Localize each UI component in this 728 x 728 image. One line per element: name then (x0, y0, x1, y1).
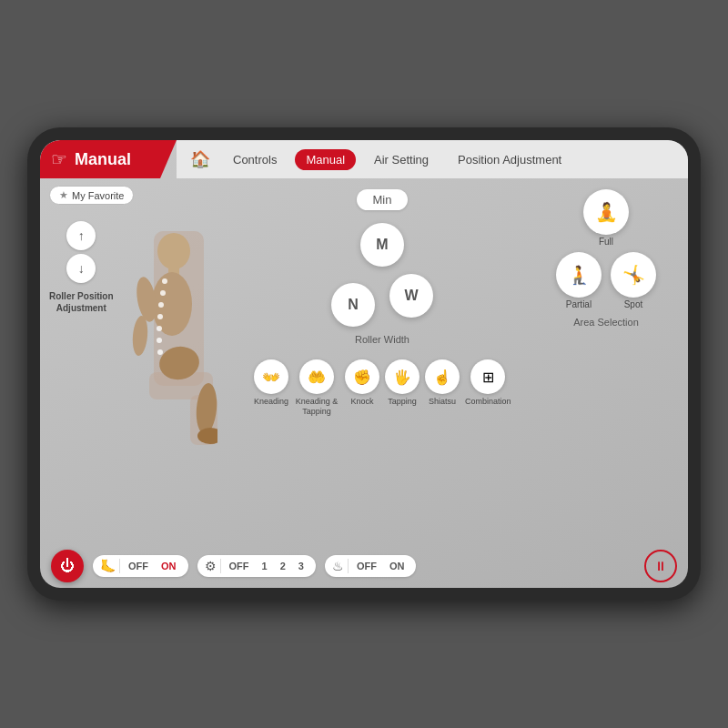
area-selection-label: Area Selection (573, 317, 639, 328)
spot-area-icon: 🤸 (611, 252, 656, 298)
partial-area-button[interactable]: 🧎 Partial (556, 252, 602, 309)
left-panel: ★ My Favorite ↑ ↓ Roller PositionAdjustm… (49, 186, 231, 541)
svg-point-7 (131, 315, 149, 356)
tapping-button[interactable]: 🖐 Tapping (385, 359, 420, 417)
right-panel: 🧘 Full 🧎 Partial 🤸 Spot Area Selection (533, 186, 679, 541)
tapping-label: Tapping (388, 397, 417, 407)
kneading-tapping-button[interactable]: 🤲 Kneading & Tapping (294, 359, 339, 417)
shiatsu-label: Shiatsu (429, 397, 456, 407)
nav-air-setting[interactable]: Air Setting (363, 149, 440, 170)
partial-area-icon: 🧎 (556, 252, 602, 298)
combination-label: Combination (465, 397, 511, 407)
roller-buttons: M (360, 223, 404, 267)
m-button[interactable]: M (360, 223, 404, 267)
home-button[interactable]: 🏠 (186, 145, 215, 174)
top-bar-nav: 🏠 Controls Manual Air Setting Position A… (177, 140, 688, 178)
roller-down-button[interactable]: ↓ (66, 254, 96, 283)
star-icon: ★ (59, 189, 68, 201)
main-content: ★ My Favorite ↑ ↓ Roller PositionAdjustm… (40, 178, 688, 546)
vibration-level3-button[interactable]: 3 (294, 559, 308, 573)
heat-icon: ♨ (332, 559, 344, 573)
hand-icon: ☞ (51, 148, 67, 170)
svg-point-14 (157, 314, 163, 319)
roller-nw-buttons: N W (331, 274, 433, 327)
knock-icon: ✊ (345, 359, 379, 394)
nav-position-adjustment[interactable]: Position Adjustment (447, 149, 572, 170)
center-panel: Min M N W Roller Width 👐 Kneading 🤲 (238, 186, 526, 541)
svg-point-13 (158, 302, 164, 308)
heat-off-button[interactable]: OFF (352, 559, 381, 573)
divider1 (119, 559, 120, 573)
device-outer: ☞ Manual 🏠 Controls Manual Air Setting P… (27, 127, 701, 601)
svg-point-15 (157, 326, 162, 331)
n-button[interactable]: N (331, 283, 375, 327)
top-bar: ☞ Manual 🏠 Controls Manual Air Setting P… (40, 140, 688, 178)
full-area-label: Full (599, 237, 613, 247)
combination-button[interactable]: ⊞ Combination (465, 359, 511, 417)
knock-button[interactable]: ✊ Knock (345, 359, 379, 417)
foot-icon: 🦶 (100, 559, 116, 573)
power-button[interactable]: ⏻ (51, 550, 84, 582)
body-figure (99, 195, 217, 459)
min-label: Min (373, 193, 392, 207)
full-area-button[interactable]: 🧘 Full (583, 189, 629, 247)
roller-width-label: Roller Width (355, 334, 410, 345)
kneading-button[interactable]: 👐 Kneading (254, 359, 288, 417)
heat-on-button[interactable]: ON (385, 559, 410, 573)
svg-point-17 (157, 349, 163, 355)
massage-types: 👐 Kneading 🤲 Kneading & Tapping ✊ Knock … (254, 359, 511, 417)
bottom-bar: ⏻ 🦶 OFF ON ⚙ OFF 1 2 3 ♨ OFF (40, 546, 688, 588)
foot-roller-control: 🦶 OFF ON (93, 555, 188, 577)
kneading-tapping-label: Kneading & Tapping (294, 397, 339, 417)
pause-button[interactable]: ⏸ (644, 550, 677, 582)
vibration-off-button[interactable]: OFF (225, 559, 254, 573)
top-bar-left: ☞ Manual (40, 140, 177, 178)
full-area-icon: 🧘 (583, 189, 629, 235)
divider3 (348, 559, 349, 573)
vibration-icon: ⚙ (205, 559, 217, 573)
spot-area-label: Spot (624, 299, 643, 309)
device-screen: ☞ Manual 🏠 Controls Manual Air Setting P… (40, 140, 688, 588)
min-slider[interactable]: Min (357, 189, 409, 210)
svg-point-16 (157, 338, 162, 343)
shiatsu-icon: ☝ (425, 359, 460, 394)
svg-point-12 (160, 290, 166, 296)
area-full-row: 🧘 Full (583, 189, 629, 247)
area-partial-spot-row: 🧎 Partial 🤸 Spot (556, 252, 656, 309)
foot-off-button[interactable]: OFF (124, 559, 153, 573)
foot-on-button[interactable]: ON (157, 559, 181, 573)
spot-area-button[interactable]: 🤸 Spot (611, 252, 656, 309)
manual-title: Manual (75, 150, 131, 169)
kneading-tapping-icon: 🤲 (299, 359, 334, 394)
shiatsu-button[interactable]: ☝ Shiatsu (425, 359, 460, 417)
svg-point-11 (162, 278, 167, 284)
pause-icon: ⏸ (654, 559, 667, 573)
nav-controls[interactable]: Controls (222, 149, 288, 170)
knock-label: Knock (351, 397, 374, 407)
nav-manual[interactable]: Manual (295, 149, 356, 170)
combination-icon: ⊞ (470, 359, 505, 394)
vibration-control: ⚙ OFF 1 2 3 (197, 555, 316, 577)
roller-up-button[interactable]: ↑ (66, 221, 96, 250)
svg-point-3 (157, 233, 190, 269)
kneading-label: Kneading (254, 397, 288, 407)
kneading-icon: 👐 (254, 359, 288, 394)
vibration-level1-button[interactable]: 1 (258, 559, 272, 573)
tapping-icon: 🖐 (385, 359, 420, 394)
vibration-level2-button[interactable]: 2 (276, 559, 290, 573)
w-button[interactable]: W (389, 274, 433, 318)
divider2 (220, 559, 221, 573)
partial-area-label: Partial (566, 299, 592, 309)
heat-control: ♨ OFF ON (325, 555, 417, 577)
